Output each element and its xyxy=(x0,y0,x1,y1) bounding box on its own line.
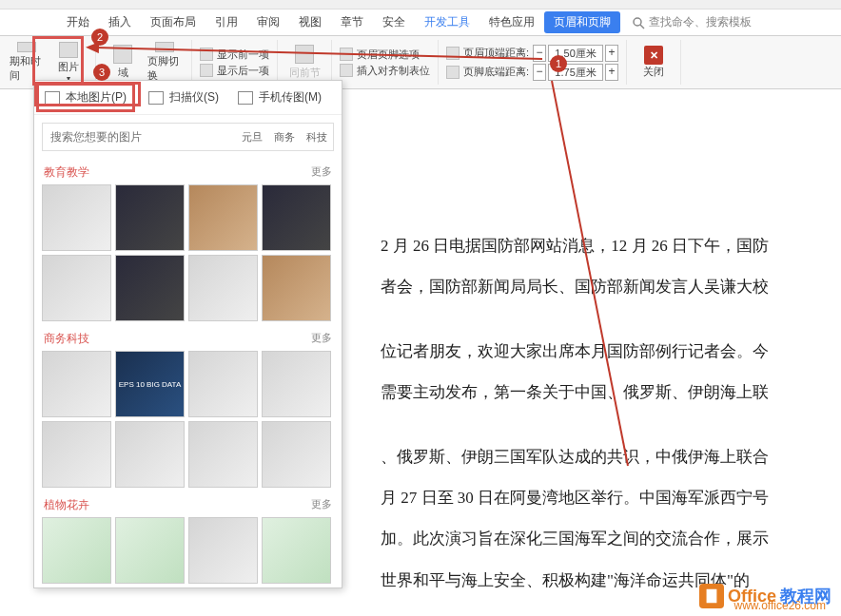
thumb[interactable] xyxy=(188,517,258,584)
hf-switch-button[interactable]: 页脚切换 xyxy=(144,40,186,85)
local-picture-option[interactable]: 本地图片(P) xyxy=(36,83,135,112)
mobile-option[interactable]: 手机传图(M) xyxy=(238,87,322,108)
hf-options-button[interactable]: 页眉页脚选项 xyxy=(338,47,432,63)
doc-line: 需要主动发布，第一条关于中国、俄罗斯、伊朗海上联 xyxy=(381,375,812,410)
image-search-input[interactable] xyxy=(43,130,236,144)
doc-line: 2 月 26 日电据国防部网站消息，12 月 26 日下午，国防 xyxy=(381,228,812,263)
header-dist-icon xyxy=(446,47,460,60)
tag-2[interactable]: 商务 xyxy=(268,130,301,144)
footer-dist-plus[interactable]: + xyxy=(605,64,618,81)
thumb[interactable] xyxy=(188,421,258,488)
doc-line: 月 27 日至 30 日在阿曼湾地区举行。中国海军派西宁号 xyxy=(381,480,812,515)
more-education[interactable]: 更多 xyxy=(311,164,332,181)
doc-line: 加。此次演习旨在深化三国海军之间的交流合作，展示 xyxy=(381,521,812,556)
doc-line: 者会，国防部新闻局局长、国防部新闻发言人吴谦大校 xyxy=(381,269,812,304)
category-business: 商务科技 xyxy=(44,331,89,347)
thumb[interactable] xyxy=(42,255,111,321)
insert-align-tab-button[interactable]: 插入对齐制表位 xyxy=(338,63,432,79)
scanner-icon xyxy=(148,91,164,105)
footer-dist-icon xyxy=(446,66,460,79)
tab-devtools[interactable]: 开发工具 xyxy=(415,10,479,34)
search-icon xyxy=(632,16,645,29)
doc-line: 、俄罗斯、伊朗三国军队达成的共识，中俄伊海上联合 xyxy=(381,439,812,474)
tab-header-footer[interactable]: 页眉和页脚 xyxy=(544,11,620,33)
tab-security[interactable]: 安全 xyxy=(373,10,415,34)
watermark: Office教程网 xyxy=(699,584,831,608)
thumb[interactable] xyxy=(262,184,331,251)
thumb[interactable] xyxy=(42,421,111,488)
command-search[interactable]: 查找命令、搜索模板 xyxy=(632,14,752,30)
category-plants: 植物花卉 xyxy=(44,497,89,513)
tab-layout[interactable]: 页面布局 xyxy=(141,10,205,34)
close-hf-button[interactable]: ✕ 关闭 xyxy=(633,44,675,81)
thumb[interactable] xyxy=(42,184,111,251)
thumb[interactable] xyxy=(262,351,331,417)
tab-view[interactable]: 视图 xyxy=(289,10,331,34)
thumb[interactable] xyxy=(115,184,185,251)
same-prev-button[interactable]: 同前节 xyxy=(284,40,325,85)
thumb[interactable] xyxy=(42,351,111,417)
footer-dist-minus[interactable]: − xyxy=(533,64,546,81)
show-prev-button[interactable]: 显示前一项 xyxy=(198,47,271,63)
tab-section[interactable]: 章节 xyxy=(331,10,373,34)
thumb[interactable] xyxy=(188,351,258,417)
picture-button[interactable]: 图片▾ xyxy=(48,40,89,85)
thumb[interactable] xyxy=(262,517,331,584)
show-next-button[interactable]: 显示后一项 xyxy=(198,63,271,79)
thumb[interactable] xyxy=(188,255,258,321)
svg-point-0 xyxy=(634,18,641,26)
thumb[interactable] xyxy=(115,255,185,321)
header-dist-minus[interactable]: − xyxy=(533,45,546,62)
thumb[interactable] xyxy=(262,421,331,488)
close-icon: ✕ xyxy=(644,46,663,65)
header-dist-plus[interactable]: + xyxy=(605,45,618,62)
tab-special[interactable]: 特色应用 xyxy=(479,10,544,34)
thumb[interactable] xyxy=(115,517,185,584)
svg-line-1 xyxy=(640,25,644,29)
image-search[interactable]: 元旦 商务 科技 xyxy=(42,123,334,151)
thumb[interactable] xyxy=(42,517,111,584)
thumb[interactable] xyxy=(115,421,185,488)
tag-3[interactable]: 科技 xyxy=(301,130,333,144)
thumb[interactable] xyxy=(188,184,258,251)
thumb[interactable]: EPS 10 BIG DATA xyxy=(115,351,185,417)
annotation-2: 2 xyxy=(91,29,108,46)
header-top-distance: 页眉顶端距离: − 1.50厘米 + xyxy=(444,44,620,63)
mobile-icon xyxy=(238,91,253,105)
scanner-option[interactable]: 扫描仪(S) xyxy=(148,87,219,108)
tag-1[interactable]: 元旦 xyxy=(236,130,268,144)
image-icon xyxy=(45,91,60,105)
annotation-1: 1 xyxy=(550,55,567,72)
doc-line: 位记者朋友，欢迎大家出席本月国防部例行记者会。今 xyxy=(381,334,812,369)
search-placeholder: 查找命令、搜索模板 xyxy=(649,14,752,30)
tab-review[interactable]: 审阅 xyxy=(247,10,289,34)
more-business[interactable]: 更多 xyxy=(311,331,332,347)
annotation-3: 3 xyxy=(93,64,110,81)
date-time-button[interactable]: 期和时间 xyxy=(6,40,48,85)
thumb[interactable] xyxy=(262,255,331,321)
more-plants[interactable]: 更多 xyxy=(311,497,332,513)
category-education: 教育教学 xyxy=(44,164,89,181)
tab-ref[interactable]: 引用 xyxy=(205,10,247,34)
footer-bottom-distance: 页脚底端距离: − 1.75厘米 + xyxy=(444,63,620,82)
picture-dropdown: 本地图片(P) 扫描仪(S) 手机传图(M) 元旦 商务 科技 教育教学更多 商… xyxy=(33,80,342,588)
document-body[interactable]: 2 月 26 日电据国防部网站消息，12 月 26 日下午，国防 者会，国防部新… xyxy=(362,114,831,606)
watermark-icon xyxy=(699,584,724,608)
